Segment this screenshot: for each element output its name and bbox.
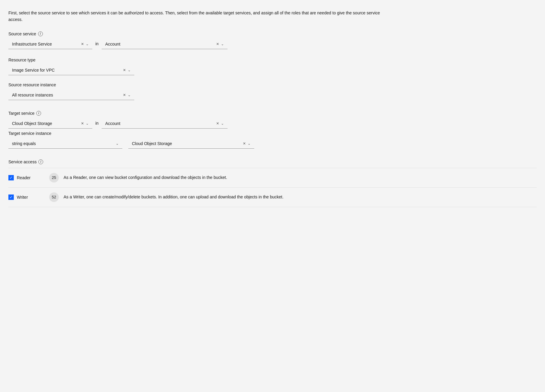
service-access-label: Service access i <box>8 159 537 164</box>
source-resource-label: Source resource instance <box>8 82 537 87</box>
role-name-reader: Reader <box>17 175 31 180</box>
target-service-section: Target service i Cloud Object Storage ✕ … <box>8 111 537 129</box>
source-resource-dropdown[interactable]: All resource instances ✕ ⌄ <box>8 90 134 100</box>
source-resource-label-text: Source resource instance <box>8 82 56 87</box>
target-instance-clear-icon[interactable]: ✕ <box>243 141 246 146</box>
source-service-label: Source service i <box>8 31 537 36</box>
role-description-writer: As a Writer, one can create/modify/delet… <box>64 194 284 200</box>
checkbox-wrapper-reader: ✓ Reader <box>8 175 44 180</box>
condition-chevron-icon[interactable]: ⌄ <box>116 141 119 146</box>
source-service-dropdown[interactable]: Infrastructure Service ✕ ⌄ <box>8 39 92 49</box>
target-service-row: Cloud Object Storage ✕ ⌄ in Account ✕ ⌄ <box>8 119 537 129</box>
checkbox-reader[interactable]: ✓ <box>8 175 14 180</box>
role-name-writer: Writer <box>17 195 28 200</box>
access-row: ✓ Writer 52 As a Writer, one can create/… <box>8 188 537 207</box>
source-resource-value: All resource instances <box>12 93 121 97</box>
checkmark-reader: ✓ <box>10 176 13 180</box>
target-service-instance-label-text: Target service instance <box>8 131 51 136</box>
checkbox-writer[interactable]: ✓ <box>8 195 14 200</box>
intro-text: First, select the source service to see … <box>8 10 392 23</box>
target-service-clear-icon[interactable]: ✕ <box>81 121 84 126</box>
resource-type-clear-icon[interactable]: ✕ <box>123 68 126 72</box>
role-badge-writer: 52 <box>49 192 59 202</box>
service-access-label-text: Service access <box>8 159 37 164</box>
target-account-dropdown[interactable]: Account ✕ ⌄ <box>102 119 228 129</box>
condition-dropdown[interactable]: string equals ⌄ <box>8 139 122 149</box>
target-service-label-text: Target service <box>8 111 34 116</box>
condition-value: string equals <box>12 141 114 146</box>
target-service-chevron-icon[interactable]: ⌄ <box>86 121 89 126</box>
source-resource-section: Source resource instance All resource in… <box>8 82 537 100</box>
target-instance-dropdown[interactable]: Cloud Object Storage ✕ ⌄ <box>128 139 254 149</box>
source-account-clear-icon[interactable]: ✕ <box>216 42 219 46</box>
target-account-clear-icon[interactable]: ✕ <box>216 121 219 126</box>
source-service-section: Source service i Infrastructure Service … <box>8 31 537 49</box>
source-service-value: Infrastructure Service <box>12 42 79 46</box>
resource-type-dropdown[interactable]: Image Service for VPC ✕ ⌄ <box>8 65 134 75</box>
role-description-reader: As a Reader, one can view bucket configu… <box>64 174 227 181</box>
target-service-info-icon[interactable]: i <box>36 111 41 116</box>
service-access-info-icon[interactable]: i <box>38 159 43 164</box>
role-badge-reader: 25 <box>49 173 59 183</box>
checkmark-writer: ✓ <box>10 195 13 199</box>
resource-type-label: Resource type <box>8 58 537 62</box>
target-account-value: Account <box>105 121 214 126</box>
target-service-value: Cloud Object Storage <box>12 121 79 126</box>
resource-type-label-text: Resource type <box>8 58 35 62</box>
source-service-row: Infrastructure Service ✕ ⌄ in Account ✕ … <box>8 39 537 49</box>
target-service-dropdown[interactable]: Cloud Object Storage ✕ ⌄ <box>8 119 92 129</box>
checkbox-wrapper-writer: ✓ Writer <box>8 195 44 200</box>
target-instance-row: string equals ⌄ Cloud Object Storage ✕ ⌄ <box>8 139 537 149</box>
access-table: ✓ Reader 25 As a Reader, one can view bu… <box>8 168 537 207</box>
service-access-section: Service access i ✓ Reader 25 As a Reader… <box>8 159 537 207</box>
source-resource-clear-icon[interactable]: ✕ <box>123 93 126 97</box>
source-service-label-text: Source service <box>8 31 36 36</box>
target-service-instance-section: Target service instance string equals ⌄ … <box>8 131 537 149</box>
source-service-clear-icon[interactable]: ✕ <box>81 42 84 46</box>
source-account-chevron-icon[interactable]: ⌄ <box>221 42 224 46</box>
source-resource-chevron-icon[interactable]: ⌄ <box>128 93 131 97</box>
source-service-in-text: in <box>95 41 99 49</box>
source-account-value: Account <box>105 42 214 46</box>
resource-type-section: Resource type Image Service for VPC ✕ ⌄ <box>8 58 537 75</box>
target-service-label: Target service i <box>8 111 537 116</box>
access-row: ✓ Reader 25 As a Reader, one can view bu… <box>8 168 537 188</box>
target-instance-chevron-icon[interactable]: ⌄ <box>248 141 251 146</box>
target-account-chevron-icon[interactable]: ⌄ <box>221 121 224 126</box>
target-service-instance-label: Target service instance <box>8 131 537 136</box>
target-service-in-text: in <box>95 121 99 129</box>
source-service-chevron-icon[interactable]: ⌄ <box>86 42 89 46</box>
resource-type-value: Image Service for VPC <box>12 68 121 73</box>
target-instance-value: Cloud Object Storage <box>132 141 241 146</box>
resource-type-chevron-icon[interactable]: ⌄ <box>128 68 131 72</box>
source-service-info-icon[interactable]: i <box>38 31 43 36</box>
source-account-dropdown[interactable]: Account ✕ ⌄ <box>102 39 228 49</box>
